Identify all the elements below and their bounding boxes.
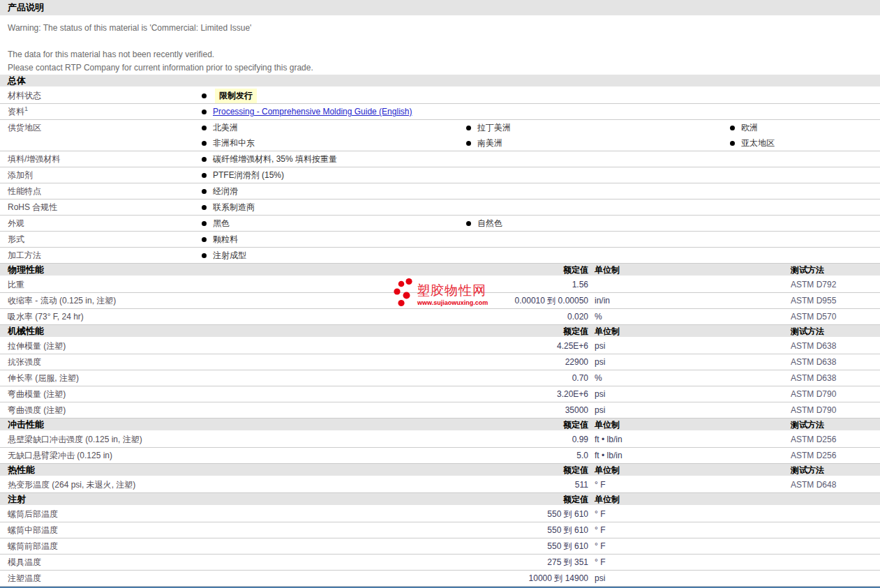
property-value: 22900 xyxy=(196,357,588,367)
bullet-line: 非洲和中东南美洲亚太地区 xyxy=(0,135,880,151)
test-method: ASTM D256 xyxy=(791,451,880,460)
bullet-cell: Processing - Comprehensive Molding Guide… xyxy=(196,107,461,116)
property-value: 550 到 610 xyxy=(196,508,588,520)
section-header: 冲击性能额定值单位制测试方法 xyxy=(0,419,880,432)
bullet-icon xyxy=(202,110,207,114)
property-label-cell: 供货地区 xyxy=(0,122,196,134)
property-value: 5.0 xyxy=(196,451,588,460)
bullet-item: 非洲和中东 xyxy=(213,137,255,149)
property-unit: psi xyxy=(588,405,791,415)
table-row: 螺筒前部温度550 到 610° F xyxy=(0,538,880,555)
table-row: 弯曲模量 (注塑)3.20E+6psiASTM D790 xyxy=(0,386,880,402)
property-label: 螺筒中部温度 xyxy=(0,525,196,536)
property-label: 螺筒前部温度 xyxy=(0,541,196,552)
property-label-cell: 添加剂 xyxy=(0,169,196,181)
bullet-icon xyxy=(202,221,207,226)
warning-line-1: Warning: The status of this material is … xyxy=(8,22,880,35)
property-unit: ft • lb/in xyxy=(588,435,791,444)
property-label: 悬壁梁缺口冲击强度 (0.125 in, 注塑) xyxy=(0,434,196,446)
table-row: 抗张强度22900psiASTM D638 xyxy=(0,354,880,370)
bullet-item: PTFE润滑剂 (15%) xyxy=(213,169,284,181)
property-label: 收缩率 - 流动 (0.125 in, 注塑) xyxy=(0,295,196,307)
table-row: 模具温度275 到 351° F xyxy=(0,555,880,571)
test-method: ASTM D638 xyxy=(791,357,880,367)
property-label-cell: 填料/增强材料 xyxy=(0,153,196,165)
column-header-rated-value: 额定值 xyxy=(196,419,588,431)
bullet-icon xyxy=(202,237,207,242)
bullet-item: 经润滑 xyxy=(213,186,238,197)
property-value: 1.56 xyxy=(196,280,588,289)
table-row: 无缺口悬臂梁冲击 (0.125 in)5.0ft • lb/inASTM D25… xyxy=(0,448,880,464)
bullet-cell: 限制发行 xyxy=(196,89,461,103)
property-unit: % xyxy=(588,312,791,322)
test-method: ASTM D792 xyxy=(791,280,880,289)
property-value: 0.00010 到 0.00050 xyxy=(196,295,588,307)
column-header-unit-system: 单位制 xyxy=(588,419,791,431)
property-unit: in/in xyxy=(588,296,791,306)
bullet-cell: 颗粒料 xyxy=(196,234,461,246)
section-title: 热性能 xyxy=(0,464,196,476)
bullet-icon xyxy=(202,126,207,130)
property-label: 比重 xyxy=(0,279,196,291)
bullet-item: 碳纤维增强材料, 35% 填料按重量 xyxy=(213,153,337,165)
property-label: 抗张强度 xyxy=(0,356,196,368)
property-label: 填料/增强材料 xyxy=(8,154,60,164)
table-row: 伸长率 (屈服, 注塑)0.70%ASTM D638 xyxy=(0,370,880,386)
section-title: 注射 xyxy=(0,493,196,506)
property-value: 550 到 610 xyxy=(196,541,588,552)
property-unit: psi xyxy=(588,573,791,583)
table-row: 注塑温度10000 到 14900psi xyxy=(0,571,880,587)
property-label: 添加剂 xyxy=(8,170,33,180)
property-value: 0.99 xyxy=(196,435,588,444)
table-row: 螺筒中部温度550 到 610° F xyxy=(0,522,880,538)
bullet-cell: 非洲和中东 xyxy=(196,137,461,149)
document-link[interactable]: Processing - Comprehensive Molding Guide… xyxy=(213,107,412,116)
bullet-item: 南美洲 xyxy=(477,137,502,149)
bullet-line: 性能特点经润滑 xyxy=(0,183,880,199)
bullet-icon xyxy=(202,157,207,162)
column-header-test-method: 测试方法 xyxy=(791,264,880,276)
table-row: 热变形温度 (264 psi, 未退火, 注塑)511° FASTM D648 xyxy=(0,477,880,493)
bullet-icon xyxy=(202,93,207,98)
property-unit: % xyxy=(588,373,791,383)
table-row: 形式颗粒料 xyxy=(0,232,880,248)
bullet-icon xyxy=(202,253,207,258)
property-label: RoHS 合规性 xyxy=(8,202,57,212)
property-label: 加工方法 xyxy=(8,250,41,260)
column-header-unit-system: 单位制 xyxy=(588,326,791,338)
bullet-cell: 联系制造商 xyxy=(196,202,461,213)
column-header-unit-system: 单位制 xyxy=(588,494,791,506)
section-header: 热性能额定值单位制测试方法 xyxy=(0,464,880,477)
table-row: 填料/增强材料碳纤维增强材料, 35% 填料按重量 xyxy=(0,151,880,167)
section-title: 物理性能 xyxy=(0,264,196,276)
bullet-icon xyxy=(202,141,207,146)
section-title: 机械性能 xyxy=(0,325,196,338)
property-label: 弯曲模量 (注塑) xyxy=(0,389,196,400)
test-method: ASTM D570 xyxy=(791,312,880,322)
table-row: 供货地区北美洲拉丁美洲欧洲非洲和中东南美洲亚太地区 xyxy=(0,120,880,151)
bullet-line: 加工方法注射成型 xyxy=(0,248,880,263)
status-badge: 限制发行 xyxy=(215,89,257,103)
table-row: 吸水率 (73° F, 24 hr)0.020%ASTM D570 xyxy=(0,309,880,325)
section-header: 机械性能额定值单位制测试方法 xyxy=(0,325,880,338)
property-label: 吸水率 (73° F, 24 hr) xyxy=(0,311,196,323)
bullet-cell: 碳纤维增强材料, 35% 填料按重量 xyxy=(196,153,461,165)
table-row: RoHS 合规性联系制造商 xyxy=(0,199,880,216)
bullet-icon xyxy=(202,173,207,178)
property-value: 35000 xyxy=(196,405,588,415)
property-unit: ° F xyxy=(588,541,791,551)
property-label: 资料 xyxy=(8,107,24,116)
table-row: 材料状态限制发行 xyxy=(0,88,880,104)
property-value: 3.20E+6 xyxy=(196,389,588,399)
bullet-item: 欧洲 xyxy=(741,122,758,134)
bullet-item: 联系制造商 xyxy=(213,202,255,213)
bullet-item: 拉丁美洲 xyxy=(477,122,511,134)
bullet-icon xyxy=(466,141,471,146)
column-header-test-method: 测试方法 xyxy=(791,419,880,431)
table-row: 螺筒后部温度550 到 610° F xyxy=(0,506,880,522)
column-header-test-method: 测试方法 xyxy=(791,465,880,476)
column-header-rated-value: 额定值 xyxy=(196,494,588,506)
property-label: 性能特点 xyxy=(8,186,41,196)
test-method: ASTM D256 xyxy=(791,435,880,444)
test-method: ASTM D648 xyxy=(791,480,880,490)
